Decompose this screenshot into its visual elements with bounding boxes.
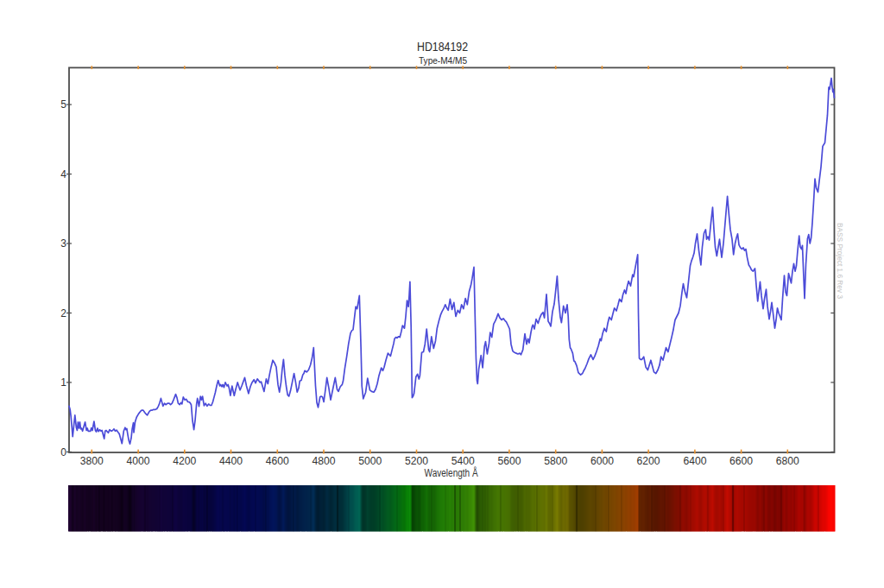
svg-text:3: 3 — [60, 237, 66, 250]
svg-text:Type-M4/M5: Type-M4/M5 — [419, 55, 467, 66]
svg-text:6400: 6400 — [683, 455, 706, 467]
svg-text:5800: 5800 — [544, 455, 567, 467]
svg-text:6000: 6000 — [590, 455, 614, 467]
svg-text:4000: 4000 — [127, 455, 150, 467]
svg-text:0: 0 — [60, 446, 66, 458]
svg-text:2: 2 — [60, 307, 66, 319]
svg-text:5000: 5000 — [358, 455, 382, 467]
svg-text:4800: 4800 — [313, 455, 336, 467]
svg-text:6200: 6200 — [637, 455, 660, 467]
svg-text:HD184192: HD184192 — [417, 40, 468, 54]
svg-text:5400: 5400 — [451, 455, 475, 467]
svg-text:Wavelength Å: Wavelength Å — [425, 466, 479, 479]
svg-text:5: 5 — [60, 98, 66, 111]
svg-text:BASS Project 1.6 Rev 3: BASS Project 1.6 Rev 3 — [836, 223, 844, 299]
svg-text:1: 1 — [60, 376, 66, 389]
svg-text:4400: 4400 — [219, 455, 243, 467]
svg-text:4: 4 — [60, 168, 66, 180]
svg-text:4200: 4200 — [173, 455, 196, 467]
svg-text:6600: 6600 — [729, 455, 753, 467]
svg-text:5200: 5200 — [405, 455, 428, 467]
svg-text:3800: 3800 — [80, 455, 104, 467]
svg-text:6800: 6800 — [776, 455, 799, 467]
svg-text:4600: 4600 — [266, 455, 289, 467]
svg-text:5600: 5600 — [497, 455, 521, 467]
